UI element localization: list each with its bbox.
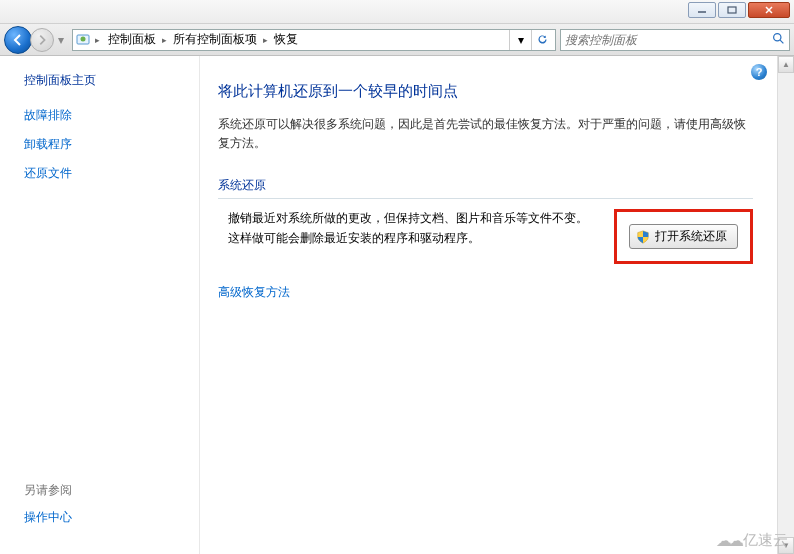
sidebar-link-restore-files[interactable]: 还原文件	[24, 165, 191, 182]
chevron-right-icon: ▸	[162, 35, 167, 45]
svg-point-6	[774, 33, 781, 40]
minimize-button[interactable]	[688, 2, 716, 18]
system-restore-row: 撤销最近对系统所做的更改，但保持文档、图片和音乐等文件不变。这样做可能会删除最近…	[218, 209, 753, 264]
breadcrumb-item[interactable]: 恢复	[270, 29, 302, 50]
breadcrumb-item[interactable]: 控制面板	[104, 29, 160, 50]
refresh-button[interactable]	[531, 30, 553, 50]
address-bar[interactable]: ▸ 控制面板 ▸ 所有控制面板项 ▸ 恢复 ▾	[72, 29, 556, 51]
address-dropdown[interactable]: ▾	[509, 30, 531, 50]
section-header-system-restore: 系统还原	[218, 177, 753, 199]
see-also-heading: 另请参阅	[24, 482, 191, 499]
open-system-restore-button[interactable]: 打开系统还原	[629, 224, 738, 249]
chevron-right-icon: ▸	[263, 35, 268, 45]
search-box[interactable]	[560, 29, 790, 51]
scroll-track[interactable]	[778, 73, 794, 537]
navigation-toolbar: ▾ ▸ 控制面板 ▸ 所有控制面板项 ▸ 恢复 ▾	[0, 24, 794, 56]
svg-rect-1	[728, 7, 736, 13]
sidebar-link-uninstall[interactable]: 卸载程序	[24, 136, 191, 153]
forward-button[interactable]	[30, 28, 54, 52]
control-panel-icon	[75, 32, 91, 48]
highlight-box: 打开系统还原	[614, 209, 753, 264]
close-button[interactable]	[748, 2, 790, 18]
content-pane: ? 将此计算机还原到一个较早的时间点 系统还原可以解决很多系统问题，因此是首先尝…	[200, 56, 777, 554]
intro-text: 系统还原可以解决很多系统问题，因此是首先尝试的最佳恢复方法。对于严重的问题，请使…	[218, 115, 753, 153]
nav-history-dropdown[interactable]: ▾	[54, 30, 68, 50]
back-button[interactable]	[4, 26, 32, 54]
sidebar-title[interactable]: 控制面板主页	[24, 72, 191, 89]
search-input[interactable]	[565, 33, 772, 47]
open-system-restore-label: 打开系统还原	[655, 228, 727, 245]
advanced-recovery-link[interactable]: 高级恢复方法	[218, 284, 753, 301]
main-area: 控制面板主页 故障排除 卸载程序 还原文件 另请参阅 操作中心 ? 将此计算机还…	[0, 56, 794, 554]
sidebar: 控制面板主页 故障排除 卸载程序 还原文件 另请参阅 操作中心	[0, 56, 200, 554]
scroll-up-button[interactable]: ▲	[778, 56, 794, 73]
nav-buttons: ▾	[4, 26, 68, 54]
page-title: 将此计算机还原到一个较早的时间点	[218, 82, 753, 101]
search-icon	[772, 32, 785, 48]
window-titlebar	[0, 0, 794, 24]
sidebar-link-troubleshoot[interactable]: 故障排除	[24, 107, 191, 124]
shield-icon	[636, 230, 650, 244]
svg-line-7	[780, 40, 783, 43]
svg-point-5	[81, 36, 86, 41]
breadcrumb: 控制面板 ▸ 所有控制面板项 ▸ 恢复	[104, 29, 302, 50]
see-also-action-center[interactable]: 操作中心	[24, 509, 191, 526]
scroll-down-button[interactable]: ▼	[778, 537, 794, 554]
help-icon[interactable]: ?	[751, 64, 767, 80]
maximize-button[interactable]	[718, 2, 746, 18]
chevron-right-icon: ▸	[95, 35, 100, 45]
system-restore-description: 撤销最近对系统所做的更改，但保持文档、图片和音乐等文件不变。这样做可能会删除最近…	[218, 209, 596, 247]
breadcrumb-item[interactable]: 所有控制面板项	[169, 29, 261, 50]
vertical-scrollbar[interactable]: ▲ ▼	[777, 56, 794, 554]
